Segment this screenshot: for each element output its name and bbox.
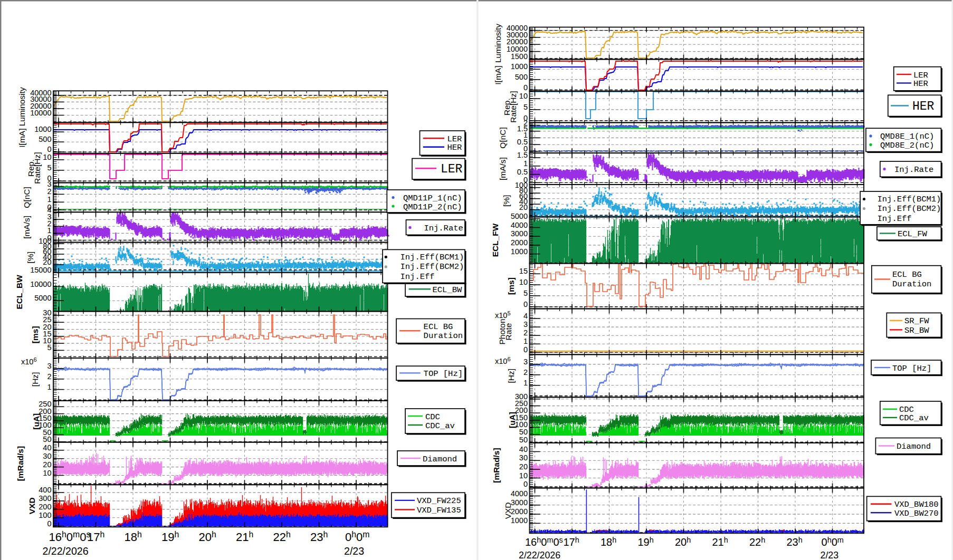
svg-text:2/22/2026: 2/22/2026 — [43, 545, 89, 557]
svg-text:50: 50 — [519, 436, 528, 444]
svg-text:500: 500 — [515, 73, 528, 81]
svg-text:[mRad/s]: [mRad/s] — [492, 448, 501, 482]
svg-text:5: 5 — [523, 289, 528, 297]
svg-text:0: 0 — [523, 300, 528, 308]
svg-text:1500: 1500 — [511, 52, 528, 61]
svg-text:ECL_FW: ECL_FW — [491, 223, 500, 257]
svg-text:Q[nC]: Q[nC] — [22, 187, 31, 208]
svg-text:15: 15 — [519, 267, 528, 275]
svg-text:100: 100 — [39, 511, 51, 519]
svg-text:[mRad/s]: [mRad/s] — [16, 446, 25, 481]
svg-text:1: 1 — [47, 195, 51, 204]
svg-text:SR_FW: SR_FW — [904, 316, 929, 326]
svg-text:2: 2 — [523, 329, 528, 337]
svg-text:ECL BG: ECL BG — [892, 270, 922, 279]
svg-text:1000: 1000 — [511, 247, 528, 256]
svg-text:QMD11P_1(nC): QMD11P_1(nC) — [403, 194, 462, 203]
svg-text:10: 10 — [519, 471, 528, 480]
svg-text:QMD8E_1(nC): QMD8E_1(nC) — [880, 132, 934, 141]
svg-text:Inj.Eff(BCM1): Inj.Eff(BCM1) — [878, 195, 941, 204]
svg-text:HER: HER — [912, 100, 935, 113]
svg-text:3000: 3000 — [511, 498, 528, 507]
svg-text:ECL BG: ECL BG — [424, 322, 453, 332]
svg-text:I[mA]: I[mA] — [17, 129, 26, 148]
svg-text:0: 0 — [523, 345, 528, 354]
svg-text:3: 3 — [523, 320, 528, 329]
svg-text:Inj.Eff(BCM1): Inj.Eff(BCM1) — [401, 253, 464, 262]
svg-text:Diamond: Diamond — [897, 442, 931, 451]
svg-text:Rate[Hz]: Rate[Hz] — [509, 91, 518, 122]
svg-text:10: 10 — [519, 278, 528, 286]
svg-text:TOP [Hz]: TOP [Hz] — [892, 364, 931, 373]
svg-text:[Hz]: [Hz] — [507, 369, 516, 383]
svg-text:300: 300 — [39, 494, 51, 503]
svg-text:0: 0 — [47, 145, 51, 153]
svg-text:2: 2 — [47, 372, 51, 381]
svg-text:VXD_BW270: VXD_BW270 — [894, 509, 939, 518]
svg-text:20: 20 — [43, 258, 51, 266]
svg-text:Inj.Eff: Inj.Eff — [878, 214, 912, 224]
svg-text:VXD_FW135: VXD_FW135 — [417, 506, 461, 515]
svg-text:CDC: CDC — [425, 412, 440, 422]
svg-text:10: 10 — [519, 92, 528, 100]
svg-text:50: 50 — [43, 435, 51, 443]
svg-text:VXD_FW225: VXD_FW225 — [417, 496, 461, 506]
svg-text:40: 40 — [519, 445, 528, 453]
svg-text:TOP [Hz]: TOP [Hz] — [424, 369, 463, 379]
svg-text:50: 50 — [519, 428, 528, 436]
svg-text:3: 3 — [523, 358, 528, 366]
svg-text:Inj.Eff(BCM2): Inj.Eff(BCM2) — [878, 204, 941, 214]
svg-text:40: 40 — [43, 443, 51, 452]
svg-text:0.5: 0.5 — [517, 168, 528, 176]
svg-text:10: 10 — [43, 469, 51, 477]
svg-text:LER: LER — [447, 134, 462, 144]
svg-text:Rate[Hz]: Rate[Hz] — [33, 152, 42, 184]
svg-text:16h0m0s: 16h0m0s — [525, 536, 563, 548]
svg-text:Q[nC]: Q[nC] — [498, 127, 507, 148]
svg-text:10000: 10000 — [30, 280, 51, 288]
svg-text:CDC_av: CDC_av — [899, 413, 929, 423]
svg-text:HER: HER — [447, 143, 462, 152]
svg-text:Rate: Rate — [504, 323, 513, 341]
svg-text:2/22/2026: 2/22/2026 — [519, 550, 560, 560]
svg-text:5: 5 — [523, 103, 528, 111]
svg-text:5000: 5000 — [511, 212, 528, 220]
svg-text:1: 1 — [47, 383, 51, 391]
svg-text:LER: LER — [913, 71, 928, 80]
svg-text:QMD8E_2(nC): QMD8E_2(nC) — [880, 141, 934, 150]
svg-text:5: 5 — [47, 163, 51, 172]
svg-text:1000: 1000 — [34, 125, 51, 133]
svg-text:SR_BW: SR_BW — [904, 326, 929, 335]
svg-text:HER: HER — [913, 79, 928, 89]
svg-text:30: 30 — [43, 452, 51, 460]
svg-text:[ms]: [ms] — [507, 277, 516, 295]
svg-text:VXD: VXD — [503, 502, 512, 519]
svg-text:4000: 4000 — [511, 489, 528, 498]
svg-text:[ms]: [ms] — [31, 326, 40, 343]
svg-text:5000: 5000 — [34, 294, 51, 302]
svg-text:0: 0 — [523, 480, 528, 488]
svg-text:10000: 10000 — [30, 109, 51, 117]
svg-text:1: 1 — [523, 337, 528, 345]
svg-text:CDC_av: CDC_av — [425, 421, 455, 431]
svg-text:[mA/s]: [mA/s] — [498, 157, 507, 180]
svg-text:ECL_BW: ECL_BW — [433, 285, 463, 295]
svg-text:VXD_BW180: VXD_BW180 — [894, 500, 939, 509]
svg-text:4000: 4000 — [511, 221, 528, 229]
svg-text:20: 20 — [43, 460, 51, 469]
svg-text:30: 30 — [519, 453, 528, 462]
svg-text:2: 2 — [523, 368, 528, 376]
svg-text:Luminosity: Luminosity — [17, 87, 26, 126]
svg-text:200: 200 — [39, 503, 51, 511]
svg-text:[Hz]: [Hz] — [31, 372, 40, 387]
svg-text:Diamond: Diamond — [423, 455, 457, 464]
svg-text:10: 10 — [43, 153, 51, 161]
svg-text:5: 5 — [47, 343, 51, 352]
svg-text:[%]: [%] — [502, 195, 511, 207]
svg-text:0: 0 — [47, 519, 51, 528]
svg-text:LER: LER — [441, 162, 463, 176]
svg-text:20: 20 — [519, 462, 528, 471]
svg-text:Inj.Eff: Inj.Eff — [401, 272, 435, 282]
svg-text:ECL_FW: ECL_FW — [898, 229, 928, 239]
svg-text:15000: 15000 — [30, 266, 51, 274]
